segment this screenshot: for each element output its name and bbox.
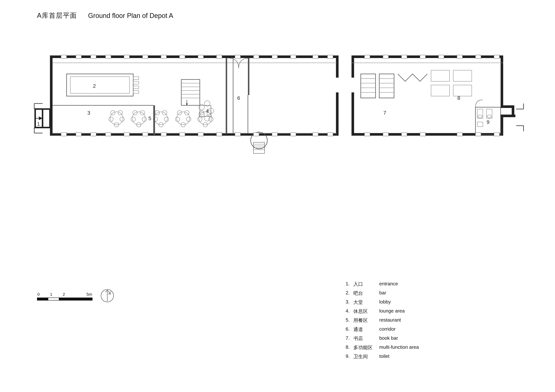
legend-chinese-4: 休息区 (353, 308, 376, 314)
legend-area: 1. 入口 entrance 2. 吧台 bar 3. 大堂 lobby 4. … (342, 281, 419, 363)
svg-rect-7 (351, 56, 354, 78)
svg-text:2: 2 (93, 83, 96, 89)
svg-point-65 (175, 117, 180, 121)
legend-english-5: restaurant (379, 317, 401, 324)
scale-bar: 0 1 2 5m (37, 292, 93, 300)
svg-rect-14 (43, 109, 50, 128)
svg-point-54 (142, 117, 146, 121)
svg-point-63 (177, 111, 182, 115)
legend-english-3: lobby (379, 299, 391, 306)
svg-rect-156 (383, 133, 388, 136)
scale-graphic (37, 298, 93, 300)
svg-rect-150 (254, 133, 259, 136)
svg-point-72 (209, 117, 213, 121)
svg-rect-139 (61, 133, 67, 136)
scale-seg-3 (59, 298, 92, 300)
svg-rect-157 (402, 133, 407, 136)
scale-seg-1 (37, 298, 48, 300)
legend-english-1: entrance (379, 281, 398, 287)
legend-item-1: 1. 入口 entrance (342, 281, 419, 287)
legend-chinese-1: 入口 (353, 281, 376, 287)
svg-point-71 (197, 117, 202, 121)
svg-rect-24 (133, 91, 139, 93)
legend-english-7: book bar (379, 335, 398, 342)
svg-rect-23 (133, 86, 139, 89)
svg-rect-138 (494, 55, 499, 58)
svg-text:7: 7 (383, 110, 386, 116)
floorplan-svg: 1 2 3 4 6 (24, 37, 533, 163)
svg-text:6: 6 (237, 95, 240, 101)
svg-rect-136 (457, 55, 462, 58)
svg-point-57 (155, 111, 160, 115)
svg-rect-142 (105, 133, 111, 136)
svg-text:8: 8 (457, 95, 460, 101)
legend-chinese-7: 书店 (353, 335, 376, 342)
svg-rect-161 (494, 133, 499, 136)
svg-text:5: 5 (148, 115, 151, 121)
legend-num-6: 6. (342, 326, 350, 333)
legend-item-7: 7. 书店 book bar (342, 335, 419, 342)
svg-rect-166 (248, 58, 249, 95)
svg-rect-144 (142, 133, 148, 136)
legend-english-4: lounge area (379, 308, 405, 314)
svg-rect-118 (105, 55, 111, 58)
legend-num-4: 4. (342, 308, 350, 314)
svg-rect-137 (475, 55, 481, 58)
svg-rect-158 (420, 133, 425, 136)
svg-point-99 (478, 115, 482, 118)
legend-chinese-2: 吧台 (353, 290, 376, 296)
svg-text:9: 9 (487, 119, 489, 125)
svg-rect-10 (501, 114, 503, 136)
scale-5m: 5m (86, 292, 92, 297)
svg-rect-123 (198, 55, 204, 58)
svg-rect-146 (179, 133, 185, 136)
svg-rect-143 (124, 133, 130, 136)
svg-rect-104 (501, 105, 512, 108)
svg-rect-95 (453, 85, 472, 96)
svg-point-64 (185, 111, 189, 115)
legend-english-9: toilet (379, 353, 389, 360)
svg-rect-117 (91, 55, 96, 58)
svg-rect-102 (477, 122, 483, 127)
svg-point-69 (199, 111, 204, 115)
svg-point-66 (186, 117, 191, 121)
legend-chinese-5: 用餐区 (353, 317, 376, 324)
svg-point-44 (110, 112, 123, 125)
scale-2: 2 (63, 292, 65, 297)
svg-rect-116 (76, 55, 81, 58)
svg-rect-121 (161, 55, 167, 58)
legend-english-8: multi-function area (379, 344, 419, 351)
svg-rect-20 (70, 77, 130, 93)
legend-item-3: 3. 大堂 lobby (342, 299, 419, 306)
svg-line-170 (105, 290, 107, 292)
svg-text:4: 4 (206, 108, 209, 114)
svg-rect-86 (379, 74, 394, 98)
svg-rect-149 (235, 133, 241, 136)
svg-rect-119 (124, 55, 130, 58)
svg-rect-133 (402, 55, 407, 58)
north-arrow: N z z (100, 288, 115, 304)
svg-rect-155 (365, 133, 370, 136)
svg-rect-94 (431, 85, 450, 96)
svg-rect-153 (313, 133, 318, 136)
legend-num-7: 7. (342, 335, 350, 342)
svg-rect-145 (161, 133, 167, 136)
svg-rect-8 (351, 93, 354, 136)
legend-chinese-9: 卫生间 (353, 353, 376, 360)
svg-point-50 (132, 112, 145, 125)
svg-point-47 (109, 117, 113, 121)
legend-item-5: 5. 用餐区 restaurant (342, 317, 419, 324)
title-chinese: A库首层平面 (37, 11, 77, 20)
svg-rect-3 (336, 56, 339, 78)
scale-0: 0 (37, 292, 40, 297)
svg-rect-160 (475, 133, 481, 136)
legend-num-5: 5. (342, 317, 350, 324)
svg-rect-122 (179, 55, 185, 58)
svg-rect-120 (142, 55, 148, 58)
svg-rect-159 (457, 133, 462, 136)
svg-text:3: 3 (87, 110, 90, 116)
title-area: A库首层平面 Ground floor Plan of Depot A (37, 11, 173, 20)
svg-rect-19 (67, 74, 133, 96)
svg-rect-106 (512, 105, 514, 117)
svg-rect-124 (216, 55, 222, 58)
